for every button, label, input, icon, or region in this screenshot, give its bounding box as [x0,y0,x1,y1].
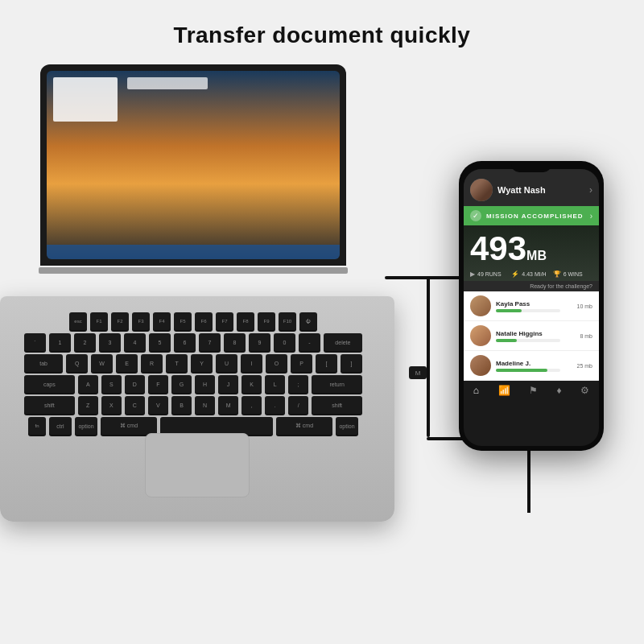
key-minus[interactable]: - [299,333,320,351]
key-fn[interactable]: fn [28,417,46,435]
key-p[interactable]: P [291,354,312,372]
key-f10[interactable]: F10 [279,312,296,330]
key-t[interactable]: T [166,354,188,372]
key-a[interactable]: A [78,375,98,393]
key-cmd-left[interactable]: ⌘ cmd [101,417,157,435]
key-3[interactable]: 3 [99,333,121,351]
key-7[interactable]: 7 [199,333,221,351]
mission-bar[interactable]: ✓ MISSION ACCOMPLISHED › [464,206,599,225]
key-u[interactable]: U [216,354,237,372]
key-comma[interactable]: , [242,396,262,414]
key-option-right[interactable]: option [336,417,358,435]
key-d[interactable]: D [125,375,145,393]
phone-notch [511,161,551,172]
key-1[interactable]: 1 [49,333,71,351]
key-k[interactable]: K [242,375,262,393]
key-option[interactable]: option [75,417,97,435]
screen-taskbar [47,245,340,259]
key-b[interactable]: B [171,396,192,414]
key-o[interactable]: O [266,354,287,372]
key-esc[interactable]: esc [69,312,87,330]
key-f4[interactable]: F4 [153,312,171,330]
key-row-asdf: caps A S D F G H J K L ; return [24,375,362,393]
key-tab[interactable]: tab [24,354,63,372]
key-4[interactable]: 4 [124,333,146,351]
challenge-row: Ready for the challenge? [464,281,599,291]
key-g[interactable]: G [171,375,192,393]
mission-text-label: MISSION ACCOMPLISHED [486,213,585,220]
key-f2[interactable]: F2 [111,312,129,330]
key-power[interactable]: ⏻ [299,312,317,330]
list-item[interactable]: Kayla Pass 10 mb [464,291,599,321]
key-shift-left[interactable]: shift [24,396,75,414]
key-h[interactable]: H [195,375,215,393]
laptop: esc F1 F2 F3 F4 F5 F6 F7 F8 F9 F10 ⏻ ` 1… [16,64,402,564]
key-f3[interactable]: F3 [132,312,150,330]
cable-curve [427,276,430,437]
key-9[interactable]: 9 [249,333,270,351]
key-bracket-open[interactable]: [ [316,354,337,372]
key-2[interactable]: 2 [74,333,96,351]
key-x[interactable]: X [101,396,122,414]
key-cmd-right[interactable]: ⌘ cmd [276,417,332,435]
key-n[interactable]: N [195,396,215,414]
cable-vertical2 [527,440,530,513]
key-slash[interactable]: / [288,396,308,414]
nav-home-icon[interactable]: ⌂ [473,385,479,396]
key-f5[interactable]: F5 [174,312,192,330]
nav-signal-icon[interactable]: 📶 [498,385,510,396]
nav-settings-icon[interactable]: ⚙ [580,385,589,396]
key-r[interactable]: R [141,354,163,372]
cable-logo-badge: M [409,366,427,379]
stat-runs: ▶ 49 RUNS [470,270,510,278]
key-period[interactable]: . [265,396,285,414]
key-z[interactable]: Z [78,396,98,414]
user-3-progress-bar [496,369,547,372]
phone: Wyatt Nash › ✓ MISSION ACCOMPLISHED › 49… [459,161,604,451]
key-s[interactable]: S [101,375,122,393]
key-l[interactable]: L [265,375,285,393]
key-space[interactable] [160,417,273,435]
key-f7[interactable]: F7 [216,312,233,330]
key-v[interactable]: V [148,396,168,414]
key-j[interactable]: J [218,375,238,393]
key-row-qwerty: tab Q W E R T Y U I O P [ ] [24,354,362,372]
key-w[interactable]: W [91,354,113,372]
key-shift-right[interactable]: shift [312,396,362,414]
key-f6[interactable]: F6 [195,312,213,330]
key-6[interactable]: 6 [174,333,196,351]
key-f8[interactable]: F8 [237,312,254,330]
user-avatar-2 [470,325,491,346]
key-bracket-close[interactable]: ] [341,354,362,372]
key-delete[interactable]: delete [324,333,362,351]
key-i[interactable]: I [241,354,262,372]
key-5[interactable]: 5 [149,333,171,351]
phone-app-header[interactable]: Wyatt Nash › [464,169,599,206]
trackpad[interactable] [145,433,250,497]
key-e[interactable]: E [116,354,138,372]
key-y[interactable]: Y [191,354,213,372]
key-q[interactable]: Q [66,354,88,372]
phone-body: Wyatt Nash › ✓ MISSION ACCOMPLISHED › 49… [459,161,604,451]
user-2-bar-container [496,339,560,342]
key-row-modifiers: fn ctrl option ⌘ cmd ⌘ cmd option [24,417,362,435]
user-name-label: Wyatt Nash [497,185,584,195]
list-item[interactable]: Madeline J. 25 mb [464,351,599,381]
nav-flag-icon[interactable]: ⚑ [529,385,538,396]
key-row-fn: esc F1 F2 F3 F4 F5 F6 F7 F8 F9 F10 ⏻ [24,312,362,330]
key-ctrl[interactable]: ctrl [49,417,72,435]
list-item[interactable]: Natalie Higgins 8 mb [464,321,599,351]
key-caps[interactable]: caps [24,375,75,393]
key-semicolon[interactable]: ; [288,375,308,393]
nav-person-icon[interactable]: ♦ [557,385,562,396]
key-f1[interactable]: F1 [90,312,108,330]
key-m[interactable]: M [218,396,238,414]
key-return[interactable]: return [312,375,362,393]
key-8[interactable]: 8 [224,333,246,351]
key-0[interactable]: 0 [274,333,295,351]
key-f9[interactable]: F9 [258,312,275,330]
key-f[interactable]: F [148,375,168,393]
key-c[interactable]: C [125,396,145,414]
key-backtick[interactable]: ` [24,333,46,351]
user-3-name: Madeline J. [496,360,572,367]
